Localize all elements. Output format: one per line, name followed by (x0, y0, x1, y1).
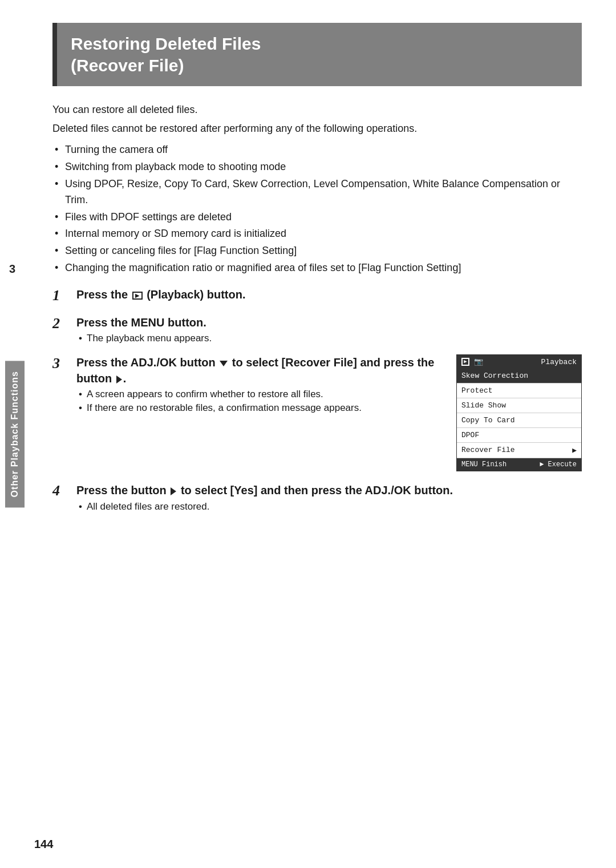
screen-menu-copytocard-label: Copy To Card (461, 416, 515, 425)
step-3-text: Press the ADJ./OK button to select [Reco… (76, 354, 443, 414)
step-2-content: Press the MENU button. The playback menu… (76, 314, 582, 344)
screen-footer: MENU Finish ► Execute (457, 458, 581, 471)
step-1-title: Press the ▶ (Playback) button. (76, 286, 582, 302)
step-4-sub-1: All deleted files are restored. (76, 501, 582, 512)
bullet-list: Turning the camera off Switching from pl… (52, 142, 582, 276)
screen-menu-slideshow: Slide Show (457, 398, 581, 413)
sidebar: Other Playback Functions (0, 0, 30, 868)
page-title: Restoring Deleted Files (Recover File) (71, 33, 568, 76)
step-4-content: Press the button to select [Yes] and the… (76, 482, 582, 512)
intro-line2: Deleted files cannot be restored after p… (52, 121, 582, 136)
step-3-sub-1: A screen appears to confirm whether to r… (76, 389, 443, 400)
steps-area: 1 Press the ▶ (Playback) button. 2 Press… (52, 286, 582, 512)
list-item: Using DPOF, Resize, Copy To Card, Skew C… (52, 176, 582, 208)
step-2-sub-1: The playback menu appears. (76, 333, 582, 344)
screen-menu-recoverfile-arrow: ▶ (572, 446, 577, 455)
step-1-content: Press the ▶ (Playback) button. (76, 286, 582, 302)
screen-header-left: ▶ 📷 (461, 357, 483, 366)
screen-menu-dpof: DPOF (457, 428, 581, 443)
list-item: Setting or canceling files for [Flag Fun… (52, 243, 582, 259)
step-4-title: Press the button to select [Yes] and the… (76, 482, 582, 499)
list-item: Switching from playback mode to shooting… (52, 159, 582, 175)
screen-menu-slideshow-label: Slide Show (461, 401, 506, 410)
screen-menu-dpof-label: DPOF (461, 431, 479, 439)
chapter-number: 3 (9, 263, 15, 276)
playback-button-icon: ▶ (132, 292, 143, 300)
list-item: Files with DPOF settings are deleted (52, 209, 582, 225)
step-4: 4 Press the button to select [Yes] and t… (52, 482, 582, 512)
step-1: 1 Press the ▶ (Playback) button. (52, 286, 582, 304)
right-arrow-icon (116, 376, 122, 383)
screen-menu-skew: Skew Correction (457, 369, 581, 383)
list-item: Turning the camera off (52, 142, 582, 158)
main-content: Restoring Deleted Files (Recover File) Y… (30, 0, 616, 557)
screen-icon-2: 📷 (474, 357, 483, 366)
step-3-sub-2: If there are no restorable files, a conf… (76, 402, 443, 414)
step-2-number: 2 (52, 314, 73, 332)
screen-header-label: Playback (541, 358, 577, 366)
page-container: Other Playback Functions 3 Restoring Del… (0, 0, 616, 868)
step-4-number: 4 (52, 482, 73, 499)
list-item: Changing the magnification ratio or magn… (52, 260, 582, 276)
page-header: Restoring Deleted Files (Recover File) (52, 23, 582, 86)
step-3-title: Press the ADJ./OK button to select [Reco… (76, 354, 443, 386)
step-3-number: 3 (52, 354, 73, 372)
step-1-number: 1 (52, 286, 73, 304)
list-item: Internal memory or SD memory card is ini… (52, 226, 582, 242)
camera-screen: ▶ 📷 Playback Skew Correction Protect (456, 354, 582, 471)
sidebar-tab: Other Playback Functions (5, 361, 25, 507)
screen-playback-icon: ▶ (461, 358, 469, 366)
intro-line1: You can restore all deleted files. (52, 102, 582, 118)
step-3-content: Press the ADJ./OK button to select [Reco… (76, 354, 582, 471)
step-3: 3 Press the ADJ./OK button to select [Re… (52, 354, 582, 471)
screen-menu-recoverfile-label: Recover File (461, 446, 515, 455)
screen-footer-right: ► Execute (540, 461, 577, 469)
step-2: 2 Press the MENU button. The playback me… (52, 314, 582, 344)
screen-menu-skew-label: Skew Correction (461, 372, 528, 380)
step-2-title: Press the MENU button. (76, 314, 582, 330)
screen-menu-copytocard: Copy To Card (457, 413, 581, 428)
down-arrow-icon (220, 361, 228, 366)
step4-right-arrow-icon (171, 487, 176, 495)
screen-menu-protect: Protect (457, 383, 581, 398)
page-number: 144 (34, 838, 53, 851)
screen-header: ▶ 📷 Playback (457, 355, 581, 369)
screen-footer-left: MENU Finish (461, 461, 506, 469)
screen-menu-protect-label: Protect (461, 386, 493, 395)
screen-menu-recoverfile: Recover File ▶ (457, 443, 581, 458)
